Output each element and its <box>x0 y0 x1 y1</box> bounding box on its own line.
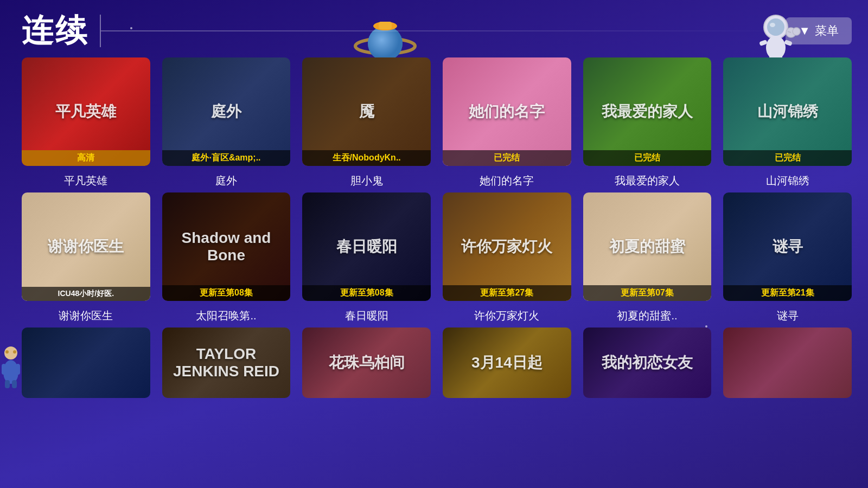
card-image-danxiaogui: 魇生吞/NobodyKn.. <box>302 57 431 166</box>
menu-label: 菜单 <box>815 23 839 39</box>
card-image-pingfan: 平凡英雄高清 <box>22 57 150 166</box>
card-title-danxiaogui: 胆小鬼 <box>302 174 431 188</box>
card-image-tamen: 她们的名字已完结 <box>443 57 571 166</box>
card-title-wojia: 我最爱的家人 <box>583 174 712 188</box>
card-image-modern2: 我的初恋女友 <box>583 328 712 398</box>
card-xuni[interactable]: 许你万家灯火更新至第27集 <box>443 192 571 301</box>
card-pink2[interactable] <box>723 328 852 398</box>
card-image-taylor: TAYLOR JENKINS REID <box>162 328 291 398</box>
card-image-taiyang: Shadow and Bone更新至第08集 <box>162 192 291 301</box>
card-badge-shanhe: 已完结 <box>723 150 852 166</box>
card-inner-text-shanhe: 山河锦绣 <box>752 96 824 127</box>
card-taylor[interactable]: TAYLOR JENKINS REID <box>162 328 291 398</box>
card-title-taiyang: 太阳召唤第.. <box>162 309 291 323</box>
card-image-scifi <box>22 328 150 398</box>
card-title-mixun: 谜寻 <box>723 309 852 323</box>
card-image-chunri: 春日暖阳更新至第08集 <box>302 192 431 301</box>
card-scifi[interactable] <box>22 328 150 398</box>
card-badge-pingfan: 高清 <box>22 150 150 166</box>
card-image-tingwai: 庭外庭外·盲区&amp;.. <box>162 57 291 166</box>
card-tingwai[interactable]: 庭外庭外·盲区&amp;.. <box>162 57 291 166</box>
grid-row-1: 平凡英雄高清庭外庭外·盲区&amp;..魇生吞/NobodyKn..她们的名字已… <box>22 57 852 166</box>
card-inner-text-taylor: TAYLOR JENKINS REID <box>162 340 291 386</box>
card-chunri[interactable]: 春日暖阳更新至第08集 <box>302 192 431 301</box>
card-huazhu[interactable]: 花珠乌桕间 <box>302 328 431 398</box>
card-image-chuxia: 初夏的甜蜜更新至第07集 <box>583 192 712 301</box>
card-image-mixun: 谜寻更新至第21集 <box>723 192 852 301</box>
card-badge-mixun: 更新至第21集 <box>723 285 852 301</box>
card-title-tamen: 她们的名字 <box>443 174 571 188</box>
card-inner-text-danxiaogui: 魇 <box>354 96 380 127</box>
header: 连续 ▼ 菜单 <box>0 0 868 52</box>
card-modern2[interactable]: 我的初恋女友 <box>583 328 712 398</box>
card-pingfan[interactable]: 平凡英雄高清 <box>22 57 150 166</box>
card-badge-danxiaogui: 生吞/NobodyKn.. <box>302 150 431 166</box>
grid-row-1-titles: 平凡英雄庭外胆小鬼她们的名字我最爱的家人山河锦绣 <box>22 174 852 188</box>
card-title-xuni: 许你万家灯火 <box>443 309 571 323</box>
card-title-tingwai: 庭外 <box>162 174 291 188</box>
card-inner-text-pingfan: 平凡英雄 <box>50 96 122 127</box>
card-badge-chuxia: 更新至第07集 <box>583 285 712 301</box>
card-inner-text-mixun: 谜寻 <box>767 231 808 262</box>
card-inner-text-chunri: 春日暖阳 <box>331 231 403 262</box>
grid-row-2-titles: 谢谢你医生太阳召唤第..春日暖阳许你万家灯火初夏的甜蜜..谜寻 <box>22 309 852 323</box>
card-image-wojia: 我最爱的家人已完结 <box>583 57 712 166</box>
card-inner-text-sunset: 3月14日起 <box>466 347 548 378</box>
card-inner-text-xuni: 许你万家灯火 <box>456 231 558 262</box>
card-mixun[interactable]: 谜寻更新至第21集 <box>723 192 852 301</box>
filter-icon: ▼ <box>799 24 810 38</box>
card-image-pink2 <box>723 328 852 398</box>
card-danxiaogui[interactable]: 魇生吞/NobodyKn.. <box>302 57 431 166</box>
card-image-xie: 谢谢你医生ICU48小时/好医. <box>22 192 150 301</box>
card-xie[interactable]: 谢谢你医生ICU48小时/好医. <box>22 192 150 301</box>
page-title: 连续 <box>22 10 89 52</box>
card-badge-wojia: 已完结 <box>583 150 712 166</box>
card-inner-text-chuxia: 初夏的甜蜜 <box>604 231 691 262</box>
card-title-pingfan: 平凡英雄 <box>22 174 150 188</box>
card-image-shanhe: 山河锦绣已完结 <box>723 57 852 166</box>
card-title-chunri: 春日暖阳 <box>302 309 431 323</box>
card-taiyang[interactable]: Shadow and Bone更新至第08集 <box>162 192 291 301</box>
card-badge-xuni: 更新至第27集 <box>443 285 571 301</box>
card-image-huazhu: 花珠乌桕间 <box>302 328 431 398</box>
card-badge-chunri: 更新至第08集 <box>302 285 431 301</box>
card-image-sunset: 3月14日起 <box>443 328 571 398</box>
card-badge-tingwai: 庭外·盲区&amp;.. <box>162 150 291 166</box>
card-inner-text-taiyang: Shadow and Bone <box>162 224 291 269</box>
card-tamen[interactable]: 她们的名字已完结 <box>443 57 571 166</box>
card-inner-text-wojia: 我最爱的家人 <box>596 96 698 127</box>
grid-row-3: TAYLOR JENKINS REID花珠乌桕间3月14日起我的初恋女友 <box>22 328 852 398</box>
header-line <box>101 30 786 31</box>
card-badge-taiyang: 更新至第08集 <box>162 285 291 301</box>
card-inner-text-modern2: 我的初恋女友 <box>596 347 698 378</box>
content-grid: 平凡英雄高清庭外庭外·盲区&amp;..魇生吞/NobodyKn..她们的名字已… <box>0 52 868 398</box>
card-badge-xie: ICU48小时/好医. <box>22 287 150 301</box>
card-inner-text-huazhu: 花珠乌桕间 <box>323 347 410 378</box>
card-inner-text-tingwai: 庭外 <box>206 96 247 127</box>
card-title-xie: 谢谢你医生 <box>22 309 150 323</box>
card-badge-tamen: 已完结 <box>443 150 571 166</box>
card-chuxia[interactable]: 初夏的甜蜜更新至第07集 <box>583 192 712 301</box>
card-title-chuxia: 初夏的甜蜜.. <box>583 309 712 323</box>
card-sunset[interactable]: 3月14日起 <box>443 328 571 398</box>
card-shanhe[interactable]: 山河锦绣已完结 <box>723 57 852 166</box>
card-wojia[interactable]: 我最爱的家人已完结 <box>583 57 712 166</box>
card-inner-text-tamen: 她们的名字 <box>463 96 550 127</box>
grid-row-2: 谢谢你医生ICU48小时/好医.Shadow and Bone更新至第08集春日… <box>22 192 852 301</box>
card-title-shanhe: 山河锦绣 <box>723 174 852 188</box>
card-image-xuni: 许你万家灯火更新至第27集 <box>443 192 571 301</box>
menu-button[interactable]: ▼ 菜单 <box>786 17 852 44</box>
card-inner-text-xie: 谢谢你医生 <box>42 231 129 262</box>
